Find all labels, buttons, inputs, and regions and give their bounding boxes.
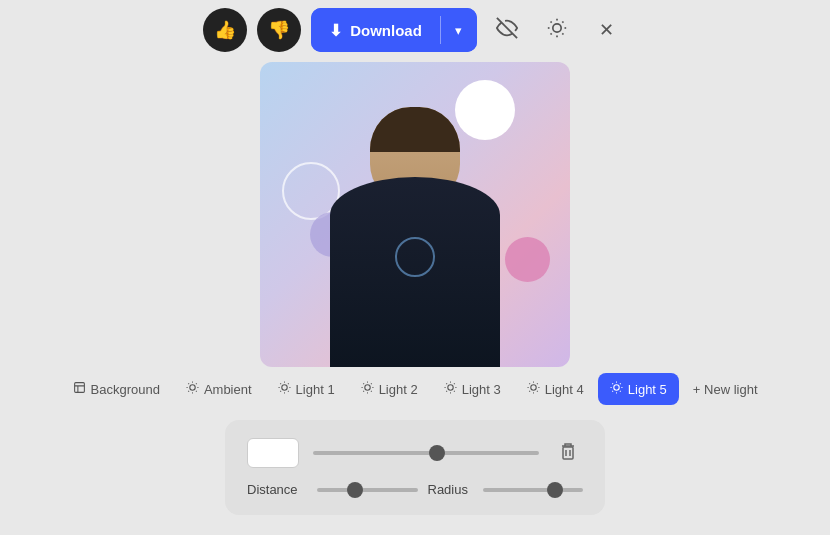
- color-row: [247, 438, 583, 468]
- tabs-row: Background Ambient Light 1: [0, 373, 830, 405]
- light4-label: Light 4: [545, 382, 584, 397]
- thumbup-icon: 👍: [214, 19, 236, 41]
- person-hair: [370, 107, 460, 152]
- light3-icon: [444, 381, 457, 397]
- controls-panel: Distance Radius: [225, 420, 605, 515]
- svg-line-33: [371, 391, 372, 392]
- tab-light2[interactable]: Light 2: [349, 373, 430, 405]
- body-circle-indicator[interactable]: [395, 237, 435, 277]
- download-icon: ⬇: [329, 21, 342, 40]
- radius-label: Radius: [428, 482, 473, 497]
- svg-line-9: [562, 21, 563, 22]
- svg-line-27: [280, 391, 281, 392]
- distance-label: Distance: [247, 482, 307, 497]
- light3-label: Light 3: [462, 382, 501, 397]
- distance-slider-thumb[interactable]: [347, 482, 363, 498]
- light5-icon: [610, 381, 623, 397]
- chevron-down-icon: ▾: [455, 23, 462, 38]
- svg-line-45: [446, 391, 447, 392]
- background-label: Background: [91, 382, 160, 397]
- distance-row: Distance Radius: [247, 482, 583, 497]
- svg-line-41: [446, 383, 447, 384]
- person-body: [330, 177, 500, 367]
- svg-line-18: [188, 391, 189, 392]
- download-label: Download: [350, 22, 422, 39]
- svg-line-51: [537, 391, 538, 392]
- svg-line-46: [454, 383, 455, 384]
- svg-line-4: [550, 21, 551, 22]
- svg-line-19: [196, 383, 197, 384]
- svg-point-56: [614, 385, 619, 390]
- toolbar: 👍 👎 ⬇ Download ▾: [0, 8, 830, 52]
- ambient-icon: [186, 381, 199, 397]
- svg-point-20: [281, 385, 286, 390]
- tab-light4[interactable]: Light 4: [515, 373, 596, 405]
- svg-point-47: [531, 385, 536, 390]
- svg-line-42: [454, 391, 455, 392]
- person-figure: [320, 97, 510, 367]
- svg-point-1: [553, 23, 561, 31]
- light2-label: Light 2: [379, 382, 418, 397]
- svg-line-63: [612, 391, 613, 392]
- light1-icon: [278, 381, 291, 397]
- canvas-image[interactable]: [260, 62, 570, 367]
- svg-line-64: [620, 383, 621, 384]
- close-icon: ✕: [599, 19, 614, 41]
- light-mode-button[interactable]: [537, 10, 577, 50]
- svg-line-37: [371, 383, 372, 384]
- svg-point-11: [190, 385, 195, 390]
- brightness-slider-track[interactable]: [313, 451, 539, 455]
- canvas-area: [260, 62, 570, 367]
- light-circle-pink[interactable]: [505, 237, 550, 282]
- radius-slider-thumb[interactable]: [547, 482, 563, 498]
- ambient-label: Ambient: [204, 382, 252, 397]
- tab-light5[interactable]: Light 5: [598, 373, 679, 405]
- sun-icon: [547, 18, 567, 43]
- color-swatch[interactable]: [247, 438, 299, 468]
- tab-background[interactable]: Background: [61, 373, 172, 405]
- delete-button[interactable]: [553, 438, 583, 468]
- svg-line-50: [529, 383, 530, 384]
- svg-line-36: [363, 391, 364, 392]
- download-chevron-button[interactable]: ▾: [441, 8, 477, 52]
- tab-new-light[interactable]: + New light: [681, 374, 770, 405]
- svg-point-29: [364, 385, 369, 390]
- tab-ambient[interactable]: Ambient: [174, 373, 264, 405]
- hide-icon: [496, 17, 518, 44]
- download-button[interactable]: ⬇ Download: [311, 8, 440, 52]
- svg-line-8: [550, 33, 551, 34]
- tab-light3[interactable]: Light 3: [432, 373, 513, 405]
- svg-line-24: [288, 391, 289, 392]
- svg-line-5: [562, 33, 563, 34]
- distance-slider-track[interactable]: [317, 488, 418, 492]
- hide-button[interactable]: [487, 10, 527, 50]
- brightness-slider-thumb[interactable]: [429, 445, 445, 461]
- svg-line-55: [537, 383, 538, 384]
- radius-slider-track[interactable]: [483, 488, 584, 492]
- thumbup-button[interactable]: 👍: [203, 8, 247, 52]
- thumbdown-button[interactable]: 👎: [257, 8, 301, 52]
- new-light-label: + New light: [693, 382, 758, 397]
- tab-light1[interactable]: Light 1: [266, 373, 347, 405]
- trash-icon: [560, 442, 576, 464]
- svg-line-14: [188, 383, 189, 384]
- light2-icon: [361, 381, 374, 397]
- svg-line-60: [620, 391, 621, 392]
- close-button[interactable]: ✕: [587, 10, 627, 50]
- svg-line-32: [363, 383, 364, 384]
- light5-label: Light 5: [628, 382, 667, 397]
- svg-rect-65: [563, 447, 573, 459]
- svg-line-54: [529, 391, 530, 392]
- light1-label: Light 1: [296, 382, 335, 397]
- thumbdown-icon: 👎: [268, 19, 290, 41]
- svg-line-59: [612, 383, 613, 384]
- svg-line-28: [288, 383, 289, 384]
- svg-rect-10: [74, 383, 84, 393]
- svg-line-23: [280, 383, 281, 384]
- svg-point-38: [447, 385, 452, 390]
- light4-icon: [527, 381, 540, 397]
- background-icon: [73, 381, 86, 397]
- svg-line-15: [196, 391, 197, 392]
- download-group: ⬇ Download ▾: [311, 8, 477, 52]
